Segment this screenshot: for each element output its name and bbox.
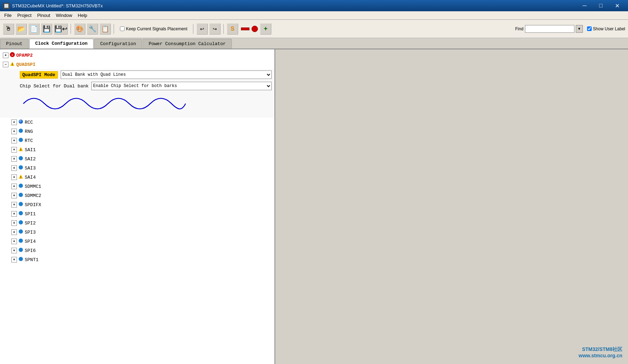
expander-spi4[interactable]: + — [11, 239, 17, 244]
tree-item-spi2[interactable]: + SPI2 — [0, 218, 274, 228]
tab-pinout[interactable]: Pinout — [0, 39, 29, 49]
svg-point-17 — [19, 220, 23, 224]
expander-rng[interactable]: + — [11, 129, 17, 134]
add-button[interactable]: + — [260, 23, 271, 35]
sdmmc1-label: SDMMC1 — [25, 184, 41, 189]
spi2-label: SPI2 — [25, 221, 36, 226]
expander-spi6[interactable]: + — [11, 248, 17, 253]
expander-quadspi[interactable]: − — [3, 62, 8, 67]
open-button[interactable]: 📂 — [16, 23, 27, 35]
chip-select-label: Chip Select for Dual bank — [20, 84, 89, 89]
menu-pinout[interactable]: Pinout — [34, 12, 53, 19]
tab-config[interactable]: Configuration — [94, 39, 142, 49]
expander-rcc[interactable]: + — [11, 119, 17, 125]
tree-container[interactable]: + ✕ OPAMP2 − ! QUADSPI QuadSPI Mode Dual… — [0, 49, 274, 364]
menu-window[interactable]: Window — [53, 12, 75, 19]
tree-item-spi1[interactable]: + SPI1 — [0, 209, 274, 218]
expander-sdmmc2[interactable]: + — [11, 193, 17, 198]
tree-item-sai3[interactable]: + SAI3 — [0, 164, 274, 173]
spi4-label: SPI4 — [25, 239, 36, 244]
save-all-button[interactable]: 💾↩ — [54, 23, 68, 35]
expander-spi1[interactable]: + — [11, 211, 17, 217]
watermark-line1: STM32/STM8社区 — [579, 346, 622, 353]
sai2-label: SAI2 — [25, 156, 36, 162]
menu-project[interactable]: Project — [14, 12, 34, 19]
redo-button[interactable]: ↪ — [209, 23, 221, 35]
tree-item-spnt1[interactable]: + SPNT1 — [0, 255, 274, 264]
new-button2[interactable]: 📄 — [28, 23, 40, 35]
keep-signals-checkbox[interactable] — [120, 26, 125, 31]
tree-item-quadspi[interactable]: − ! QUADSPI — [0, 60, 274, 69]
expander-opamp2[interactable]: + — [3, 53, 8, 58]
tab-power[interactable]: Power Consumption Calculator — [143, 39, 231, 49]
tree-item-spdifx[interactable]: + SPDIFX — [0, 200, 274, 209]
sai3-label: SAI3 — [25, 166, 36, 171]
main-content: + ✕ OPAMP2 − ! QUADSPI QuadSPI Mode Dual… — [0, 49, 628, 364]
menu-file[interactable]: File — [1, 12, 14, 19]
report-button[interactable]: 📋 — [99, 23, 111, 35]
show-label-checkbox[interactable] — [587, 26, 592, 31]
wavy-annotation — [0, 93, 274, 118]
keep-signals-label: Keep Current Signals Placement — [126, 26, 187, 31]
show-label-area: Show User Label — [587, 26, 625, 31]
tree-item-opamp2[interactable]: + ✕ OPAMP2 — [0, 51, 274, 60]
sdmmc2-label: SDMMC2 — [25, 193, 41, 198]
svg-point-16 — [19, 211, 23, 215]
toolbar-separator-3 — [193, 24, 194, 34]
svg-point-5 — [19, 129, 23, 133]
watermark-line2: www.stmcu.org.cn — [579, 353, 622, 358]
find-dropdown-button[interactable]: ▼ — [576, 25, 583, 33]
tree-item-rcc[interactable]: + RCC — [0, 118, 274, 127]
find-area: Find ▼ — [515, 25, 582, 33]
expander-spi3[interactable]: + — [11, 229, 17, 235]
chart-button[interactable]: 🎨 — [74, 23, 85, 35]
tree-item-spi6[interactable]: + SPI6 — [0, 246, 274, 255]
menu-help[interactable]: Help — [75, 12, 90, 19]
error-icon-opamp2: ✕ — [10, 52, 15, 58]
find-input[interactable] — [525, 25, 574, 33]
tools-button[interactable]: 🔧 — [87, 23, 98, 35]
menu-bar: File Project Pinout Window Help — [0, 11, 628, 20]
tree-item-rtc[interactable]: + RTC — [0, 136, 274, 145]
expander-sdmmc1[interactable]: + — [11, 184, 17, 189]
close-button[interactable]: ✕ — [609, 1, 625, 11]
svg-point-10 — [19, 165, 23, 169]
minimize-button[interactable]: ─ — [576, 1, 593, 11]
save-button[interactable]: 💾 — [41, 23, 52, 35]
spi6-label: SPI6 — [25, 248, 36, 253]
undo-button[interactable]: ↩ — [197, 23, 208, 35]
svg-point-20 — [19, 248, 23, 252]
show-label-text: Show User Label — [593, 26, 625, 31]
expander-sai1[interactable]: + — [11, 147, 17, 153]
app-icon: 🔲 — [3, 2, 10, 9]
tree-item-sai1[interactable]: + ! SAI1 — [0, 145, 274, 154]
svg-text:!: ! — [11, 63, 13, 66]
expander-spdifx[interactable]: + — [11, 202, 17, 208]
new-file-button[interactable]: 🖱 — [3, 23, 14, 35]
expander-spnt1[interactable]: + — [11, 257, 17, 263]
title-bar: 🔲 STM32CubeMX Untitled*: STM32H750VBTx ─… — [0, 0, 628, 11]
tree-item-rng[interactable]: + RNG — [0, 127, 274, 136]
expander-spi2[interactable]: + — [11, 220, 17, 226]
warning-icon-sai1: ! — [18, 147, 23, 153]
svg-point-15 — [19, 202, 23, 206]
quadspi-mode-dropdown[interactable]: Dual Bank with Quad Lines Single Bank — [61, 70, 272, 79]
maximize-button[interactable]: □ — [593, 1, 609, 11]
expander-sai3[interactable]: + — [11, 165, 17, 171]
tree-item-sdmmc2[interactable]: + SDMMC2 — [0, 191, 274, 200]
blue-icon-spi6 — [18, 247, 23, 254]
s-button[interactable]: S — [227, 23, 238, 35]
tree-item-spi4[interactable]: + SPI4 — [0, 237, 274, 246]
tree-item-sdmmc1[interactable]: + SDMMC1 — [0, 182, 274, 191]
rtc-label: RTC — [25, 138, 33, 143]
expander-rtc[interactable]: + — [11, 138, 17, 143]
tree-item-sai2[interactable]: + SAI2 — [0, 154, 274, 164]
tree-item-sai4[interactable]: + ! SAI4 — [0, 173, 274, 182]
expander-sai4[interactable]: + — [11, 174, 17, 180]
tree-item-spi3[interactable]: + SPI3 — [0, 228, 274, 237]
blue-icon-sai3 — [18, 165, 23, 171]
chip-select-dropdown[interactable]: Enable Chip Select 1 for both banks Enab… — [91, 82, 272, 90]
tab-clock[interactable]: Clock Configuration — [29, 39, 93, 49]
expander-sai2[interactable]: + — [11, 156, 17, 162]
window-title: STM32CubeMX Untitled*: STM32H750VBTx — [12, 3, 576, 8]
